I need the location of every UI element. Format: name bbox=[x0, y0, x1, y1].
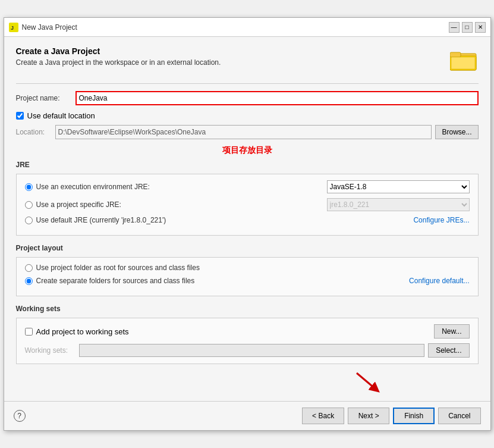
jre-option3-radio[interactable] bbox=[25, 217, 33, 224]
layout-option1-label: Use project folder as root for sources a… bbox=[36, 264, 470, 272]
new-working-set-button[interactable]: New... bbox=[434, 324, 469, 339]
window-controls: — □ ✕ bbox=[449, 22, 486, 33]
help-button[interactable]: ? bbox=[14, 410, 26, 422]
folder-icon bbox=[450, 49, 479, 74]
content-area: Create a Java Project Create a Java proj… bbox=[4, 37, 490, 401]
window-title: New Java Project bbox=[22, 23, 77, 32]
add-to-working-sets-checkbox[interactable] bbox=[25, 328, 33, 336]
back-button[interactable]: < Back bbox=[302, 408, 344, 424]
jre-option2-label: Use a project specific JRE: bbox=[36, 200, 323, 209]
project-name-row: Project name: OneJava bbox=[16, 91, 479, 105]
location-row: Location: Browse... bbox=[16, 125, 479, 139]
layout-option1-row: Use project folder as root for sources a… bbox=[25, 264, 470, 272]
working-sets-input bbox=[79, 344, 425, 357]
next-button[interactable]: Next > bbox=[348, 408, 389, 424]
layout-option2-label: Create separate folders for sources and … bbox=[36, 277, 195, 285]
jre-option1-label: Use an execution environment JRE: bbox=[36, 183, 323, 191]
jre-environment-select[interactable]: JavaSE-1.8 bbox=[327, 180, 470, 193]
browse-button[interactable]: Browse... bbox=[435, 125, 478, 139]
layout-option1-radio[interactable] bbox=[25, 264, 33, 272]
jre-section: Use an execution environment JRE: JavaSE… bbox=[16, 174, 479, 236]
jre-option3-row: Use default JRE (currently 'jre1.8.0_221… bbox=[25, 216, 470, 224]
use-default-location-row: Use default location bbox=[16, 111, 479, 120]
project-layout-header: Project layout bbox=[16, 244, 479, 252]
jre-specific-select: jre1.8.0_221 bbox=[327, 198, 470, 211]
project-name-input[interactable]: OneJava bbox=[75, 91, 479, 105]
close-button[interactable]: ✕ bbox=[475, 22, 486, 33]
jre-option3-label: Use default JRE (currently 'jre1.8.0_221… bbox=[36, 216, 410, 224]
working-sets-label: Working sets: bbox=[25, 346, 75, 355]
use-default-location-label: Use default location bbox=[27, 111, 95, 120]
minimize-button[interactable]: — bbox=[449, 22, 460, 33]
svg-rect-4 bbox=[450, 52, 461, 57]
footer-buttons: < Back Next > Finish Cancel bbox=[302, 408, 480, 424]
svg-line-7 bbox=[357, 373, 376, 389]
configure-default-link[interactable]: Configure default... bbox=[409, 277, 469, 285]
jre-section-header: JRE bbox=[16, 161, 479, 169]
title-bar: J New Java Project — □ ✕ bbox=[4, 18, 490, 37]
jre-option2-radio[interactable] bbox=[25, 201, 33, 209]
main-window: J New Java Project — □ ✕ Create a Java P… bbox=[4, 17, 491, 431]
select-working-set-button[interactable]: Select... bbox=[428, 343, 469, 358]
svg-rect-5 bbox=[451, 57, 475, 69]
working-sets-input-row: Working sets: Select... bbox=[25, 343, 470, 358]
location-input[interactable] bbox=[55, 125, 432, 139]
footer: ? < Back Next > Finish Cancel bbox=[4, 401, 490, 430]
project-name-label: Project name: bbox=[16, 94, 75, 102]
red-arrow-icon bbox=[351, 370, 386, 394]
svg-text:J: J bbox=[11, 25, 14, 31]
page-title: Create a Java Project bbox=[16, 46, 221, 56]
use-default-location-checkbox[interactable] bbox=[16, 112, 24, 120]
cancel-button[interactable]: Cancel bbox=[438, 408, 480, 424]
layout-option2-row: Create separate folders for sources and … bbox=[25, 277, 470, 285]
layout-option2-radio[interactable] bbox=[25, 277, 33, 285]
working-sets-header: Working sets bbox=[16, 305, 479, 313]
jre-option2-row: Use a project specific JRE: jre1.8.0_221 bbox=[25, 198, 470, 211]
java-icon: J bbox=[9, 23, 18, 32]
project-layout-section: Use project folder as root for sources a… bbox=[16, 257, 479, 296]
page-header: Create a Java Project Create a Java proj… bbox=[16, 46, 221, 67]
maximize-button[interactable]: □ bbox=[462, 22, 473, 33]
jre-option1-radio[interactable] bbox=[25, 183, 33, 191]
jre-option1-row: Use an execution environment JRE: JavaSE… bbox=[25, 180, 470, 193]
annotation-text: 项目存放目录 bbox=[16, 145, 479, 156]
working-sets-section: Add project to working sets New... Worki… bbox=[16, 318, 479, 364]
add-to-working-sets-label: Add project to working sets bbox=[36, 327, 129, 336]
finish-button[interactable]: Finish bbox=[393, 408, 435, 424]
location-label: Location: bbox=[16, 128, 52, 136]
page-subtitle: Create a Java project in the workspace o… bbox=[16, 58, 221, 67]
header-divider bbox=[16, 83, 479, 84]
configure-jres-link[interactable]: Configure JREs... bbox=[413, 216, 469, 224]
working-sets-add-row: Add project to working sets New... bbox=[25, 324, 470, 339]
